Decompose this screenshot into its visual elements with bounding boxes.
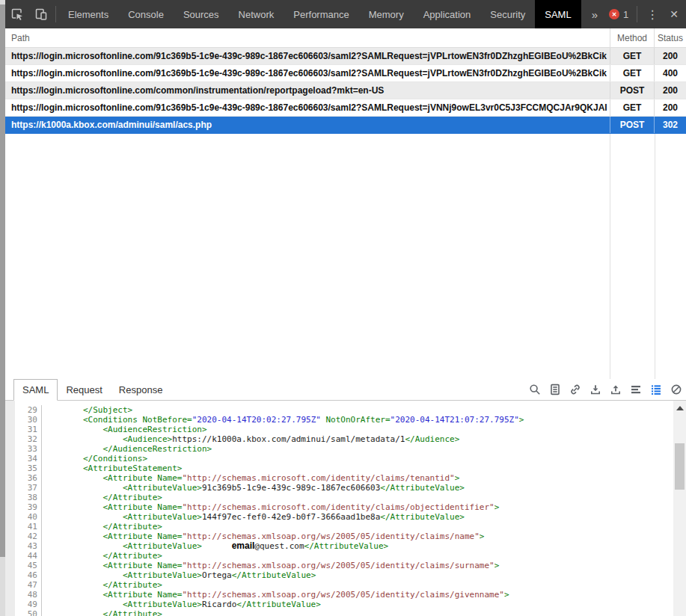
code-text: <AttributeValue>144f97ec-fef0-42e9-b0f7-… bbox=[42, 512, 465, 522]
error-badge[interactable]: ✕ 1 bbox=[609, 9, 628, 20]
line-number: 49 bbox=[15, 600, 42, 609]
device-toolbar-icon[interactable] bbox=[29, 0, 53, 28]
request-path: https://login.microsoftonline.com/91c369… bbox=[5, 68, 610, 78]
devtools-tab-network[interactable]: Network bbox=[229, 0, 284, 28]
line-number: 42 bbox=[15, 532, 42, 541]
code-line: 50 </Attribute> bbox=[15, 609, 673, 616]
clear-icon[interactable] bbox=[670, 384, 682, 396]
line-number: 32 bbox=[15, 434, 42, 444]
code-text: <Attribute Name="http://schemas.xmlsoap.… bbox=[42, 590, 509, 600]
code-text: </Conditions> bbox=[42, 454, 147, 463]
request-row[interactable]: https://login.microsoftonline.com/91c369… bbox=[5, 99, 686, 117]
list-view-icon[interactable] bbox=[649, 384, 662, 396]
column-separator bbox=[610, 134, 610, 379]
request-status: 400 bbox=[655, 68, 686, 78]
toolbar-divider bbox=[637, 6, 637, 22]
code-text: <Attribute Name="http://schemas.microsof… bbox=[42, 502, 499, 512]
line-number: 40 bbox=[15, 512, 42, 522]
line-number: 31 bbox=[15, 425, 42, 434]
page-scrollbar[interactable] bbox=[0, 0, 5, 616]
line-number: 36 bbox=[15, 473, 42, 483]
search-icon[interactable] bbox=[528, 384, 541, 396]
code-line: 33 </AudienceRestriction> bbox=[15, 444, 673, 454]
code-line: 34 </Conditions> bbox=[15, 454, 673, 463]
detail-panel-tabstrip: SAMLRequestResponse bbox=[5, 379, 686, 401]
request-method: GET bbox=[610, 65, 655, 81]
code-line: 42 <Attribute Name="http://schemas.xmlso… bbox=[15, 532, 673, 541]
code-left-margin bbox=[5, 401, 15, 616]
code-text: </Attribute> bbox=[42, 493, 162, 502]
code-line: 30 <Conditions NotBefore="2020-04-14T20:… bbox=[15, 415, 673, 425]
code-text: </Attribute> bbox=[42, 551, 162, 561]
line-number: 29 bbox=[15, 405, 42, 415]
request-method: GET bbox=[610, 48, 655, 64]
line-number: 47 bbox=[15, 580, 42, 590]
line-number: 43 bbox=[15, 541, 42, 551]
code-line: 39 <Attribute Name="http://schemas.micro… bbox=[15, 502, 673, 512]
close-icon[interactable]: ✕ bbox=[665, 8, 686, 20]
devtools-tab-console[interactable]: Console bbox=[118, 0, 174, 28]
code-line: 47 </Attribute> bbox=[15, 580, 673, 590]
code-lines: 29 </Subject>30 <Conditions NotBefore="2… bbox=[15, 405, 673, 616]
column-header-path[interactable]: Path bbox=[5, 33, 610, 43]
detail-toolbar-icons bbox=[528, 379, 686, 400]
link-icon[interactable] bbox=[569, 384, 581, 396]
line-number: 33 bbox=[15, 444, 42, 454]
request-status: 302 bbox=[655, 120, 686, 130]
request-method: POST bbox=[610, 117, 655, 133]
inspect-cursor-icon[interactable] bbox=[5, 0, 29, 28]
line-number: 46 bbox=[15, 570, 42, 580]
devtools-tabs: ElementsConsoleSourcesNetworkPerformance… bbox=[58, 0, 581, 28]
line-number: 38 bbox=[15, 493, 42, 502]
request-status: 200 bbox=[655, 51, 686, 61]
devtools-tab-performance[interactable]: Performance bbox=[284, 0, 358, 28]
devtools-tab-saml[interactable]: SAML bbox=[535, 0, 581, 28]
column-header-method[interactable]: Method bbox=[610, 28, 655, 47]
code-text: <Audience>https://k1000a.kbox.com/adminu… bbox=[42, 434, 459, 444]
page-scrollbar-thumb[interactable] bbox=[0, 4, 5, 557]
devtools-tab-sources[interactable]: Sources bbox=[174, 0, 229, 28]
download-icon[interactable] bbox=[589, 384, 601, 396]
code-text: <AttributeStatement> bbox=[42, 463, 182, 473]
code-text: </AudienceRestriction> bbox=[42, 444, 212, 454]
request-row[interactable]: https://login.microsoftonline.com/91c369… bbox=[5, 65, 686, 82]
devtools-tab-application[interactable]: Application bbox=[414, 0, 481, 28]
detail-tab-response[interactable]: Response bbox=[111, 379, 171, 400]
code-line: 49 <AttributeValue>Ricardo</AttributeVal… bbox=[15, 600, 673, 609]
code-text: <AudienceRestriction> bbox=[42, 425, 207, 434]
line-number: 41 bbox=[15, 522, 42, 532]
code-line: 45 <Attribute Name="http://schemas.xmlso… bbox=[15, 561, 673, 570]
code-text: <Attribute Name="http://schemas.microsof… bbox=[42, 473, 459, 483]
column-header-status[interactable]: Status bbox=[655, 33, 686, 43]
devtools-tab-security[interactable]: Security bbox=[480, 0, 535, 28]
more-tabs-chevron-icon[interactable]: » bbox=[585, 8, 604, 21]
detail-tab-saml[interactable]: SAML bbox=[13, 379, 58, 401]
request-row[interactable]: https://login.microsoftonline.com/common… bbox=[5, 82, 686, 99]
code-line: 43 <AttributeValue> email@quest.com</Att… bbox=[15, 541, 673, 551]
request-path: https://k1000a.kbox.com/adminui/saml/acs… bbox=[5, 120, 610, 130]
code-scrollbar[interactable] bbox=[673, 401, 686, 616]
document-icon[interactable] bbox=[548, 384, 561, 396]
line-number: 44 bbox=[15, 551, 42, 561]
request-row[interactable]: https://k1000a.kbox.com/adminui/saml/acs… bbox=[5, 117, 686, 134]
code-line: 38 </Attribute> bbox=[15, 493, 673, 502]
request-table-header: Path Method Status bbox=[5, 28, 686, 48]
raw-lines-icon[interactable] bbox=[629, 384, 642, 396]
code-text: </Attribute> bbox=[42, 580, 162, 590]
devtools-tab-memory[interactable]: Memory bbox=[359, 0, 414, 28]
toolbar-divider bbox=[55, 6, 56, 22]
code-scrollbar-thumb[interactable] bbox=[675, 443, 685, 490]
code-text: <AttributeValue> email@quest.com</Attrib… bbox=[42, 541, 388, 551]
upload-icon[interactable] bbox=[609, 384, 622, 396]
request-rows: https://login.microsoftonline.com/91c369… bbox=[5, 48, 686, 134]
devtools-tab-elements[interactable]: Elements bbox=[58, 0, 118, 28]
kebab-menu-icon[interactable]: ⋮ bbox=[640, 7, 665, 22]
detail-tab-request[interactable]: Request bbox=[58, 379, 110, 400]
request-table-empty-area bbox=[5, 134, 686, 379]
detail-tab-list: SAMLRequestResponse bbox=[13, 379, 171, 400]
line-number: 50 bbox=[15, 609, 42, 616]
code-text: <Conditions NotBefore="2020-04-14T20:02:… bbox=[42, 415, 524, 425]
code-line: 46 <AttributeValue>Ortega</AttributeValu… bbox=[15, 570, 673, 580]
scrollbar-up-arrow-icon[interactable] bbox=[676, 406, 684, 410]
request-row[interactable]: https://login.microsoftonline.com/91c369… bbox=[5, 48, 686, 65]
